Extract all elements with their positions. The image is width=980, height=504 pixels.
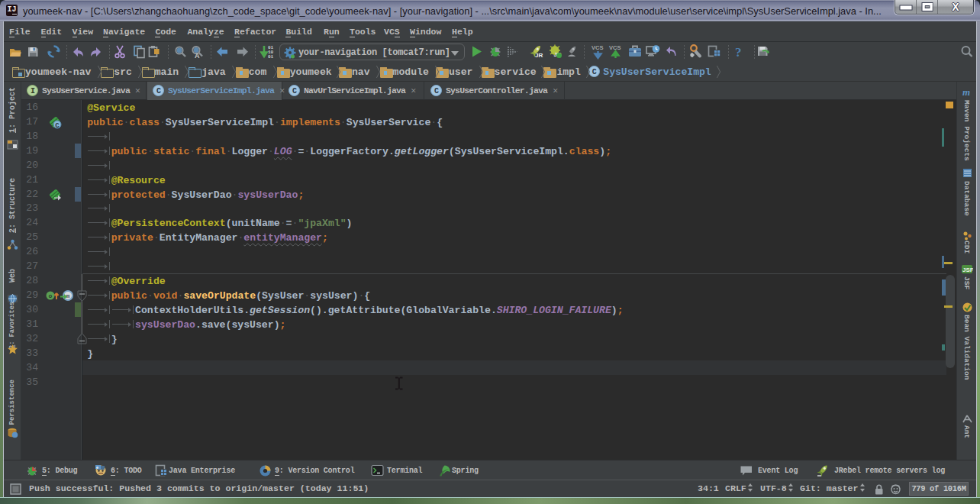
svg-text:e: e: [96, 466, 98, 470]
svg-text:m: m: [962, 86, 970, 98]
svg-text:VCS: VCS: [609, 44, 621, 51]
svg-text:JR: JR: [535, 52, 543, 59]
svg-text:?: ?: [735, 45, 742, 60]
svg-text:C: C: [55, 122, 60, 130]
svg-text:m: m: [66, 292, 70, 299]
svg-text:VCS: VCS: [592, 44, 603, 51]
svg-text:01: 01: [268, 54, 274, 60]
svg-text:o: o: [49, 292, 53, 299]
svg-text:A: A: [195, 52, 200, 60]
svg-text:JSF: JSF: [962, 267, 973, 273]
